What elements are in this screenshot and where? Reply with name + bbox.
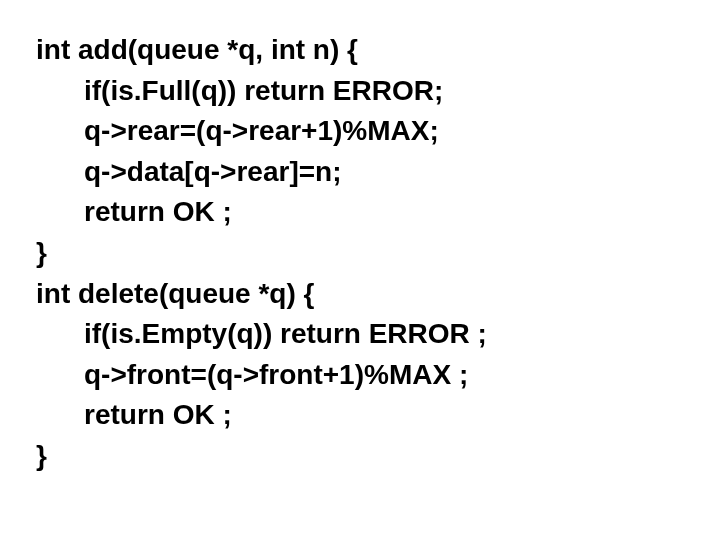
code-line: q->front=(q->front+1)%MAX ; xyxy=(36,355,684,396)
code-block: int add(queue *q, int n) { if(is.Full(q)… xyxy=(36,30,684,477)
code-line: return OK ; xyxy=(36,395,684,436)
code-line: return OK ; xyxy=(36,192,684,233)
code-line: } xyxy=(36,233,684,274)
code-line: } xyxy=(36,436,684,477)
code-line: if(is.Full(q)) return ERROR; xyxy=(36,71,684,112)
code-line: q->data[q->rear]=n; xyxy=(36,152,684,193)
code-line: int delete(queue *q) { xyxy=(36,274,684,315)
code-line: q->rear=(q->rear+1)%MAX; xyxy=(36,111,684,152)
code-line: int add(queue *q, int n) { xyxy=(36,30,684,71)
code-line: if(is.Empty(q)) return ERROR ; xyxy=(36,314,684,355)
